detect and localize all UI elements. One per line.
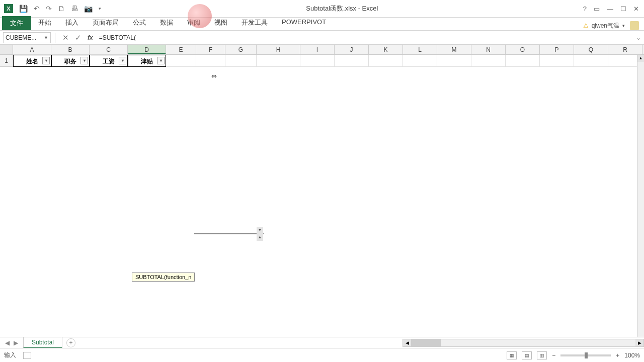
zoom-slider[interactable] (560, 354, 611, 356)
row-header[interactable]: 1 (0, 55, 13, 67)
cell[interactable] (506, 55, 540, 67)
scroll-up-icon[interactable]: ▲ (257, 234, 263, 241)
ribbon-tab-插入[interactable]: 插入 (58, 16, 86, 30)
undo-icon[interactable]: ↶ (34, 5, 40, 13)
column-header[interactable]: D (128, 45, 166, 54)
scroll-down-icon[interactable]: ▼ (257, 227, 263, 234)
save-icon[interactable]: 💾 (19, 5, 28, 13)
scroll-right-icon[interactable]: ▶ (635, 339, 643, 346)
ribbon-tabs: 文件开始插入页面布局公式数据审阅视图开发工具POWERPIVOT ⚠ qiwen… (0, 18, 644, 31)
title-bar: X 💾 ↶ ↷ 🗋 🖶 📷 ▾ Subtotal函数.xlsx - Excel … (0, 0, 644, 18)
function-tooltip: SUBTOTAL(function_n (132, 273, 195, 282)
redo-icon[interactable]: ↷ (46, 5, 52, 13)
fx-icon[interactable]: fx (85, 34, 96, 41)
zoom-out-icon[interactable]: − (552, 352, 555, 359)
user-account[interactable]: ⚠ qiwen气温 ▾ (583, 21, 644, 30)
sheet-tab[interactable]: Subtotal (23, 337, 62, 348)
column-header[interactable]: J (335, 45, 369, 54)
cell[interactable] (225, 55, 257, 67)
filter-icon[interactable]: ▾ (119, 57, 126, 64)
ribbon-tab-公式[interactable]: 公式 (126, 16, 153, 30)
column-header[interactable]: E (166, 45, 196, 54)
column-header[interactable]: K (369, 45, 403, 54)
formula-input[interactable] (96, 32, 633, 43)
horizontal-scrollbar[interactable]: ◀ ▶ (403, 339, 644, 347)
column-header[interactable]: B (51, 45, 90, 54)
sheet-tab-bar: ◀ ▶ Subtotal + ◀ ▶ (0, 337, 644, 348)
decorative-circle (188, 4, 212, 28)
maximize-icon[interactable]: ☐ (620, 5, 626, 13)
cell[interactable] (437, 55, 471, 67)
vertical-scrollbar[interactable]: ▲ (637, 55, 644, 339)
cell[interactable]: 津贴▾ (128, 55, 166, 67)
normal-view-icon[interactable]: ▦ (507, 351, 517, 359)
zoom-level[interactable]: 100% (624, 352, 640, 359)
name-box[interactable]: CUBEME...▼ (3, 32, 51, 43)
expand-formula-icon[interactable]: ⌄ (633, 34, 644, 41)
print-icon[interactable]: 🖶 (71, 5, 78, 13)
scroll-left-icon[interactable]: ◀ (403, 339, 411, 346)
cell[interactable]: 工资▾ (90, 55, 128, 67)
cell[interactable] (540, 55, 574, 67)
cursor-icon: ⇔ (211, 72, 217, 80)
column-header[interactable]: C (90, 45, 128, 54)
cell[interactable] (257, 55, 300, 67)
column-header[interactable]: G (225, 45, 257, 54)
cell[interactable] (335, 55, 369, 67)
avatar (630, 21, 639, 30)
column-header[interactable]: M (437, 45, 471, 54)
add-sheet-button[interactable]: + (66, 338, 75, 347)
scroll-up-icon[interactable]: ▲ (637, 55, 644, 62)
macro-record-icon[interactable] (23, 352, 31, 359)
column-header[interactable]: A (13, 45, 51, 54)
column-header[interactable]: F (196, 45, 225, 54)
help-icon[interactable]: ? (583, 5, 587, 13)
ribbon-tab-开始[interactable]: 开始 (31, 16, 58, 30)
select-all-corner[interactable] (0, 45, 13, 54)
column-header[interactable]: H (257, 45, 300, 54)
filter-icon[interactable]: ▾ (80, 57, 88, 64)
zoom-in-icon[interactable]: + (616, 352, 619, 359)
new-file-icon[interactable]: 🗋 (58, 5, 65, 13)
close-icon[interactable]: ✕ (633, 5, 639, 13)
column-header[interactable]: O (506, 45, 540, 54)
cell[interactable]: 职务▾ (51, 55, 90, 67)
ribbon-tab-powerpivot[interactable]: POWERPIVOT (275, 16, 333, 30)
column-header[interactable]: R (608, 45, 642, 54)
next-sheet-icon[interactable]: ▶ (14, 339, 18, 346)
page-break-view-icon[interactable]: ▥ (537, 351, 547, 359)
ribbon-tab-页面布局[interactable]: 页面布局 (86, 16, 126, 30)
ribbon-options-icon[interactable]: ▭ (594, 5, 600, 13)
page-layout-view-icon[interactable]: ▤ (522, 351, 532, 359)
prev-sheet-icon[interactable]: ◀ (5, 339, 10, 346)
minimize-icon[interactable]: — (607, 5, 613, 13)
function-suggestion-popup[interactable]: ▲ ▼ (194, 233, 264, 234)
camera-icon[interactable]: 📷 (84, 5, 93, 13)
cell[interactable] (471, 55, 506, 67)
status-bar: 输入 ▦ ▤ ▥ − + 100% (0, 348, 644, 362)
cell[interactable] (574, 55, 608, 67)
cell[interactable] (166, 55, 196, 67)
filter-icon[interactable]: ▾ (157, 57, 165, 64)
excel-icon[interactable]: X (4, 4, 13, 13)
ribbon-tab-文件[interactable]: 文件 (2, 16, 31, 30)
cell[interactable]: 姓名▾ (13, 55, 51, 67)
cell[interactable] (300, 55, 335, 67)
column-header[interactable]: P (540, 45, 574, 54)
cell[interactable] (196, 55, 225, 67)
column-header[interactable]: L (403, 45, 437, 54)
ribbon-tab-开发工具[interactable]: 开发工具 (234, 16, 275, 30)
column-header[interactable]: I (300, 45, 335, 54)
status-mode: 输入 (4, 351, 16, 359)
cell[interactable] (403, 55, 437, 67)
column-header[interactable]: Q (574, 45, 608, 54)
column-header[interactable]: N (471, 45, 506, 54)
confirm-formula-icon[interactable]: ✓ (72, 33, 85, 42)
cancel-formula-icon[interactable]: ✕ (59, 33, 72, 42)
spreadsheet-grid[interactable]: ABCDEFGHIJKLMNOPQR 1姓名▾职务▾工资▾津贴▾ ⇔ SUBTO… (0, 45, 644, 339)
formula-bar: CUBEME...▼ ✕ ✓ fx ⌄ (0, 31, 644, 45)
window-title: Subtotal函数.xlsx - Excel (101, 4, 583, 13)
filter-icon[interactable]: ▾ (42, 57, 50, 64)
ribbon-tab-数据[interactable]: 数据 (153, 16, 180, 30)
cell[interactable] (369, 55, 403, 67)
